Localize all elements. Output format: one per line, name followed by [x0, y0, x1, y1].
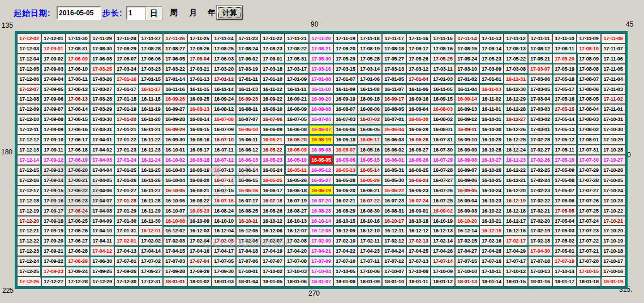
date-cell: 18-01-15	[504, 276, 528, 287]
date-cell: 16-06-01	[382, 155, 406, 165]
date-cell: 16-07-01	[382, 114, 406, 124]
date-cell: 16-11-07	[382, 84, 406, 94]
date-cell: 16-12-20	[504, 185, 528, 196]
date-cell: 17-08-28	[139, 44, 163, 54]
date-cell: 17-12-24	[17, 256, 41, 266]
date-cell: 16-09-19	[333, 94, 358, 105]
date-cell: 17-08-05	[577, 94, 601, 105]
date-cell: 16-07-02	[358, 114, 382, 124]
date-cell: 17-01-22	[114, 135, 139, 145]
date-cell: 17-04-28	[479, 246, 504, 256]
date-cell: 16-07-31	[431, 135, 455, 145]
date-cell: 17-08-06	[577, 84, 601, 94]
date-cell: 17-02-01	[114, 236, 139, 246]
date-cell: 16-11-30	[139, 216, 163, 226]
date-cell: 16-08-14	[187, 114, 212, 124]
date-cell: 17-05-16	[552, 94, 577, 105]
date-cell: 16-07-30	[431, 145, 455, 155]
date-cell: 17-12-25	[17, 266, 41, 276]
date-cell: 17-12-31	[139, 276, 163, 287]
date-cell: 17-01-19	[114, 104, 139, 114]
date-cell: 16-06-17	[260, 185, 285, 196]
date-cell: 17-10-12	[504, 266, 528, 276]
date-cell: 17-12-15	[17, 165, 41, 175]
date-cell: 16-05-31	[382, 165, 406, 175]
date-cell: 17-12-06	[17, 74, 41, 84]
step-input[interactable]	[126, 6, 147, 20]
date-cell: 16-12-21	[504, 175, 528, 185]
date-cell: 17-12-08	[17, 94, 41, 105]
date-cell: 16-10-30	[479, 124, 504, 135]
date-cell: 16-10-27	[479, 155, 504, 165]
date-cell: 17-03-31	[90, 124, 114, 135]
date-cell: 17-11-07	[601, 44, 625, 54]
unit-option-month[interactable]: 月	[189, 8, 197, 18]
date-cell: 17-04-12	[90, 246, 114, 256]
calculate-button[interactable]: 计算	[217, 6, 243, 20]
date-cell: 17-05-04	[552, 216, 577, 226]
date-cell: 17-01-28	[114, 196, 139, 206]
date-cell: 16-10-09	[187, 216, 212, 226]
date-cell: 17-06-17	[66, 135, 90, 145]
date-cell: 17-12-19	[17, 206, 41, 216]
unit-option-year[interactable]: 年	[208, 8, 216, 18]
date-cell: 16-09-11	[455, 124, 479, 135]
highlighted-date-cell: 16-06-07	[309, 124, 333, 135]
start-date-input[interactable]	[57, 6, 101, 20]
date-cell: 17-11-11	[528, 33, 552, 44]
date-cell: 17-06-12	[66, 84, 90, 94]
date-cell: 17-03-30	[90, 114, 114, 124]
date-cell: 17-05-05	[552, 206, 577, 216]
date-cell: 17-04-21	[309, 246, 333, 256]
date-cell: 17-08-13	[504, 44, 528, 54]
date-cell: 17-11-21	[285, 33, 309, 44]
date-cell: 17-03-01	[528, 124, 552, 135]
date-cell: 17-08-19	[358, 44, 382, 54]
date-cell: 17-07-04	[187, 256, 212, 266]
date-cell: 17-08-14	[479, 44, 504, 54]
date-cell: 16-10-10	[212, 216, 236, 226]
date-cell: 16-12-25	[504, 135, 528, 145]
date-cell: 17-08-31	[66, 44, 90, 54]
date-cell: 17-12-02	[17, 33, 41, 44]
date-cell: 17-04-26	[431, 246, 455, 256]
date-cell: 16-11-10	[309, 84, 333, 94]
unit-option-week[interactable]: 周	[170, 8, 178, 18]
date-cell: 17-12-21	[17, 226, 41, 236]
date-cell: 17-12-28	[66, 276, 90, 287]
date-cell: 16-08-29	[333, 206, 358, 216]
date-cell: 16-08-25	[236, 206, 260, 216]
date-cell: 16-12-14	[455, 226, 479, 236]
date-cell: 16-09-06	[455, 175, 479, 185]
date-cell: 16-07-17	[236, 196, 260, 206]
date-cell: 16-10-01	[163, 145, 187, 155]
date-cell: 17-06-02	[236, 54, 260, 64]
date-cell: 16-07-16	[212, 196, 236, 206]
date-cell: 18-01-12	[431, 276, 455, 287]
date-cell: 17-07-20	[577, 256, 601, 266]
date-cell: 16-08-01	[431, 124, 455, 135]
date-cell: 17-11-19	[333, 33, 358, 44]
date-cell: 17-02-16	[479, 236, 504, 246]
date-cell: 16-09-13	[455, 104, 479, 114]
date-cell: 17-12-22	[17, 236, 41, 246]
date-cell: 17-08-10	[577, 44, 601, 54]
date-cell: 17-12-13	[17, 145, 41, 155]
date-cell: 18-01-19	[601, 276, 625, 287]
start-date-label: 起始日期:	[14, 8, 51, 19]
date-cell: 16-07-29	[431, 155, 455, 165]
unit-option-day[interactable]: 日	[145, 6, 162, 20]
date-cell: 16-12-26	[504, 124, 528, 135]
date-cell: 16-08-21	[187, 185, 212, 196]
date-cell: 17-07-27	[577, 185, 601, 196]
date-cell: 17-04-13	[114, 246, 139, 256]
date-cell: 16-05-25	[260, 175, 285, 185]
date-cell: 16-12-27	[504, 114, 528, 124]
date-cell: 16-06-30	[406, 114, 431, 124]
date-cell: 17-11-15	[431, 33, 455, 44]
date-cell: 17-11-02	[601, 94, 625, 105]
date-cell: 16-10-15	[333, 216, 358, 226]
date-cell: 16-10-20	[455, 216, 479, 226]
date-cell: 17-05-23	[479, 54, 504, 64]
center-date-cell: 16-05-05	[309, 155, 333, 165]
